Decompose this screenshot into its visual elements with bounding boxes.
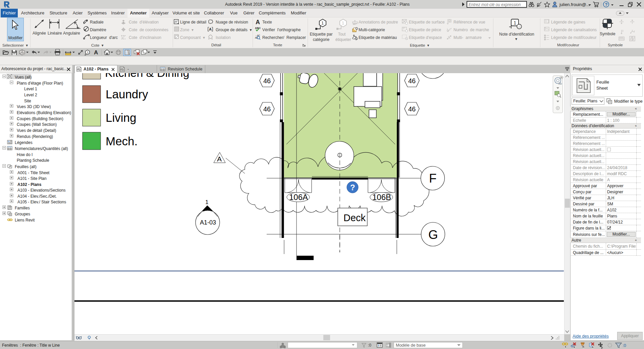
svg-text:106B: 106B bbox=[372, 193, 391, 202]
svg-text:Vues 3D (3D View): Vues 3D (3D View) bbox=[17, 104, 51, 109]
svg-text:2D: 2D bbox=[558, 82, 562, 85]
svg-text:A: A bbox=[209, 27, 212, 31]
svg-text::0: :0 bbox=[368, 343, 371, 348]
svg-text:1: 1 bbox=[356, 28, 358, 30]
svg-text:A103 - Elevations/Sections: A103 - Elevations/Sections bbox=[17, 188, 65, 193]
svg-text:1: 1 bbox=[321, 20, 324, 26]
svg-text:A: A bbox=[94, 49, 98, 56]
svg-text:G: G bbox=[428, 228, 438, 242]
svg-text:F: F bbox=[429, 171, 437, 185]
svg-text:Liens Revit: Liens Revit bbox=[15, 218, 35, 222]
svg-text:A1-03: A1-03 bbox=[200, 219, 216, 226]
svg-text:A: A bbox=[217, 155, 222, 163]
svg-text:A: A bbox=[256, 19, 260, 26]
svg-text:1: 1 bbox=[514, 20, 516, 26]
svg-text:How do I: How do I bbox=[17, 152, 33, 157]
svg-text::0: :0 bbox=[623, 343, 626, 348]
svg-text:Légendes: Légendes bbox=[15, 140, 33, 145]
svg-text:Nomenclatures/Quantités (all): Nomenclatures/Quantités (all) bbox=[15, 146, 68, 151]
svg-text:A101 - Site Plan: A101 - Site Plan bbox=[17, 176, 47, 181]
svg-text:Level 2: Level 2 bbox=[24, 93, 37, 97]
svg-text:46: 46 bbox=[408, 77, 416, 85]
svg-text:?: ? bbox=[350, 183, 355, 192]
svg-text:julien.frouin@...: julien.frouin@... bbox=[559, 2, 590, 7]
svg-text:Coupes (Building Section): Coupes (Building Section) bbox=[17, 116, 63, 121]
svg-text:Groupes: Groupes bbox=[15, 212, 30, 216]
svg-text:?: ? bbox=[605, 2, 608, 7]
svg-text:1: 1 bbox=[447, 28, 448, 30]
svg-text:A102 - Plans: A102 - Plans bbox=[17, 182, 42, 187]
svg-text:Plans d'étage (Floor Plan): Plans d'étage (Floor Plan) bbox=[17, 81, 63, 86]
svg-text:106A: 106A bbox=[289, 193, 308, 202]
svg-text:Level 1: Level 1 bbox=[24, 87, 37, 91]
svg-text:Living: Living bbox=[106, 111, 136, 124]
svg-text:46: 46 bbox=[263, 105, 271, 113]
svg-text:Deck: Deck bbox=[343, 212, 366, 223]
svg-text:Familles: Familles bbox=[15, 206, 30, 210]
svg-text:A104 - Elev./Sec./Det.: A104 - Elev./Sec./Det. bbox=[17, 194, 57, 199]
svg-text:1: 1 bbox=[342, 20, 344, 26]
svg-text:Feuilles (all): Feuilles (all) bbox=[15, 164, 37, 169]
svg-text:Vues de détail (Detail): Vues de détail (Detail) bbox=[17, 128, 56, 133]
svg-text:A105 - Elev./ Stair Sections: A105 - Elev./ Stair Sections bbox=[17, 200, 66, 204]
svg-text:Kitchen & Dining: Kitchen & Dining bbox=[105, 73, 189, 79]
svg-text:Rendus (Rendering): Rendus (Rendering) bbox=[17, 134, 53, 139]
svg-text:Site: Site bbox=[24, 99, 31, 103]
svg-text:46: 46 bbox=[263, 77, 271, 85]
svg-text:Elévations (Building Elevation: Elévations (Building Elevation) bbox=[17, 110, 71, 115]
svg-text:Vues (all): Vues (all) bbox=[15, 75, 32, 80]
svg-text:Coupes (Wall Section): Coupes (Wall Section) bbox=[17, 122, 57, 127]
svg-text:1: 1 bbox=[205, 199, 208, 205]
svg-text:A001 - Title Sheet: A001 - Title Sheet bbox=[17, 170, 50, 175]
svg-text:Planting Schedule: Planting Schedule bbox=[17, 158, 49, 163]
svg-text:Laundry: Laundry bbox=[106, 88, 148, 101]
svg-text:1: 1 bbox=[87, 51, 89, 54]
svg-text:Mech.: Mech. bbox=[106, 135, 138, 148]
svg-text:ABC: ABC bbox=[255, 27, 261, 30]
svg-text:46: 46 bbox=[408, 105, 416, 113]
svg-text:Modèle de base: Modèle de base bbox=[396, 343, 426, 348]
